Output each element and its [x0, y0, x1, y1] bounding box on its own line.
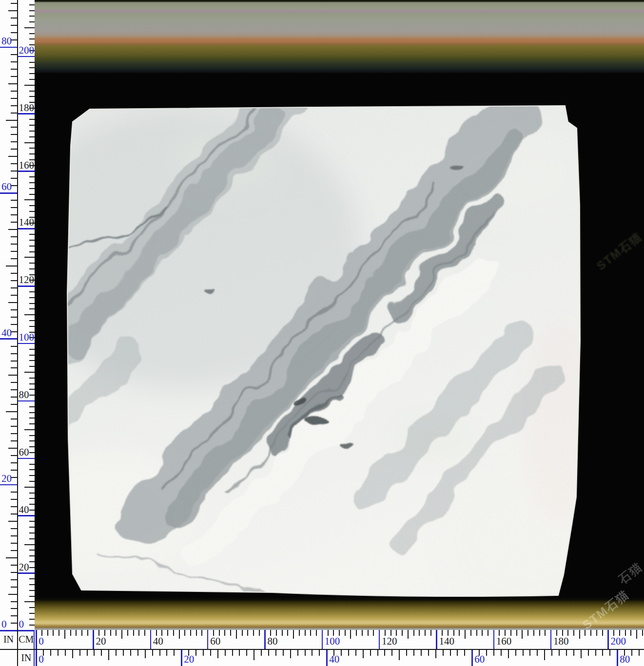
ruler-tick [11, 214, 17, 215]
ruler-tick [29, 613, 35, 614]
ruler-tick [545, 630, 546, 636]
ruler-tick [116, 650, 117, 656]
ruler-tick [29, 153, 35, 154]
ruler-tick [470, 630, 471, 636]
ruler-tick [11, 615, 17, 616]
ruler-label: 0 [1, 619, 7, 629]
ruler-mark-line [0, 484, 17, 486]
ruler-tick [522, 630, 523, 639]
ruler-tick [8, 156, 17, 157]
ruler-mark-line [18, 572, 35, 574]
ruler-tick [11, 492, 17, 493]
ruler-tick [11, 470, 17, 471]
ruler-tick [11, 149, 17, 150]
horizontal-ruler-in: 020406080 [35, 650, 644, 666]
ruler-tick [465, 630, 466, 639]
ruler-tick [242, 630, 243, 636]
ruler-tick [110, 630, 111, 636]
ruler-tick [595, 650, 596, 656]
ruler-tick [210, 650, 211, 656]
ruler-tick [11, 200, 17, 201]
ruler-tick [275, 650, 276, 656]
ruler-label: 120 [382, 636, 397, 647]
ruler-tick [58, 650, 59, 656]
ruler-tick [11, 244, 17, 245]
unit-cell-inches: IN [0, 630, 17, 649]
ruler-tick [11, 134, 17, 135]
ruler-tick [29, 383, 35, 384]
ruler-tick [29, 418, 35, 419]
ruler-tick [602, 650, 603, 656]
ruler-tick [11, 550, 17, 551]
ruler-tick [11, 76, 17, 77]
ruler-tick [101, 650, 102, 656]
ruler-tick [287, 630, 288, 636]
ruler-tick [596, 630, 597, 636]
ruler-tick [29, 38, 35, 39]
ruler-tick [29, 297, 35, 298]
ruler-mark-line [0, 47, 17, 48]
ruler-tick [11, 462, 17, 463]
ruler-tick [384, 650, 385, 656]
ruler-tick [87, 630, 88, 636]
ruler-tick [29, 246, 35, 247]
ruler-tick [123, 650, 124, 656]
ruler-tick [529, 650, 530, 656]
ruler-tick [29, 303, 35, 304]
scanner-frame-bottom-band [35, 597, 644, 630]
ruler-tick [486, 650, 487, 656]
ruler-tick [253, 630, 254, 636]
ruler-tick [6, 266, 17, 266]
ruler-tick [29, 136, 35, 137]
ruler-tick [29, 194, 35, 195]
ruler-mark-line [0, 192, 17, 194]
ruler-tick [29, 446, 35, 447]
ruler-tick [29, 412, 35, 413]
ruler-tick [11, 361, 17, 362]
ruler-label: 80 [19, 389, 29, 400]
ruler-label: 80 [620, 654, 630, 665]
ruler-tick [179, 630, 180, 639]
ruler-tick [50, 650, 51, 656]
ruler-tick [283, 650, 284, 656]
ruler-tick [11, 18, 17, 19]
ruler-label: 20 [96, 636, 106, 647]
ruler-tick [133, 630, 134, 636]
ruler-label: 160 [19, 160, 35, 171]
ruler-tick [305, 650, 306, 656]
ruler-tick [24, 199, 35, 200]
ruler-tick [11, 61, 17, 62]
ruler-tick [539, 630, 540, 636]
ruler-tick [464, 650, 465, 656]
ruler-label: 40 [329, 654, 339, 665]
ruler-tick [11, 346, 17, 347]
ruler-label: 100 [19, 332, 35, 343]
ruler-label: 60 [1, 181, 12, 192]
ruler-tick [11, 113, 17, 114]
ruler-tick [356, 630, 357, 636]
ruler-tick [29, 148, 35, 149]
ruler-tick [174, 650, 175, 656]
ruler-tick [457, 650, 458, 656]
ruler-label: 60 [19, 447, 29, 457]
ruler-mark-line [18, 458, 35, 459]
ruler-tick [166, 650, 167, 656]
ruler-tick [29, 521, 35, 522]
ruler-tick [29, 527, 35, 528]
ruler-mark-line [18, 400, 35, 402]
ruler-tick [24, 257, 35, 258]
ruler-tick [11, 397, 17, 398]
ruler-mark-line [264, 630, 266, 649]
ruler-tick [29, 21, 35, 22]
ruler-tick [11, 404, 17, 405]
ruler-tick [8, 375, 17, 376]
ruler-tick [299, 630, 300, 636]
ruler-tick [11, 178, 17, 179]
ruler-tick [53, 630, 54, 636]
ruler-label: 0 [39, 654, 44, 665]
ruler-tick [29, 378, 35, 379]
ruler-tick [413, 650, 414, 656]
ruler-tick [29, 366, 35, 367]
ruler-tick [11, 280, 17, 281]
ruler-tick [24, 601, 35, 602]
